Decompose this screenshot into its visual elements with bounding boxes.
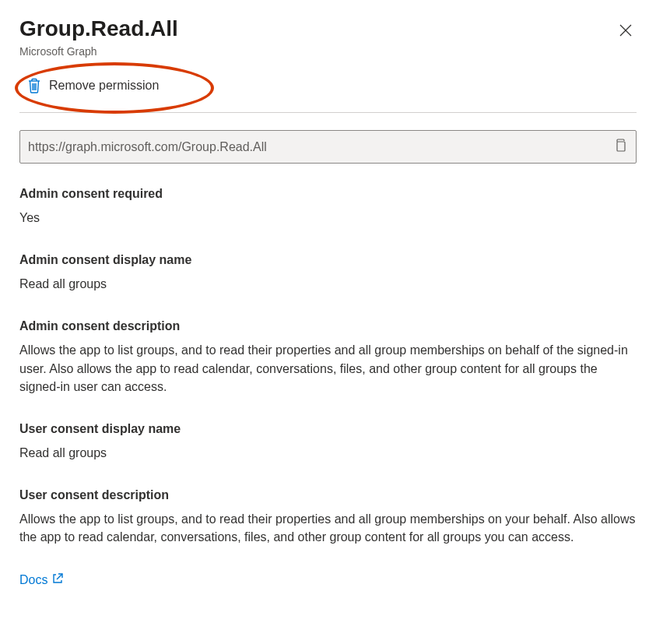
section-admin-consent-required: Admin consent required Yes [19, 187, 637, 227]
docs-label: Docs [19, 573, 47, 587]
divider [19, 112, 637, 113]
section-admin-consent-description: Admin consent description Allows the app… [19, 319, 637, 396]
close-button[interactable] [615, 20, 637, 42]
section-label: Admin consent description [19, 319, 637, 333]
section-user-consent-description: User consent description Allows the app … [19, 488, 637, 546]
url-box: https://graph.microsoft.com/Group.Read.A… [19, 130, 637, 164]
section-label: User consent display name [19, 422, 637, 436]
docs-link[interactable]: Docs [19, 573, 63, 587]
trash-icon [27, 78, 41, 93]
remove-permission-button[interactable]: Remove permission [19, 73, 167, 98]
section-value: Read all groups [19, 444, 637, 462]
section-label: User consent description [19, 488, 637, 502]
section-label: Admin consent required [19, 187, 637, 201]
section-label: Admin consent display name [19, 253, 637, 267]
page-subtitle: Microsoft Graph [19, 45, 637, 58]
remove-permission-label: Remove permission [49, 79, 159, 93]
section-value: Allows the app to list groups, and to re… [19, 341, 637, 396]
section-user-consent-display-name: User consent display name Read all group… [19, 422, 637, 462]
toolbar: Remove permission [19, 73, 637, 98]
page-title: Group.Read.All [19, 16, 178, 42]
panel-header: Group.Read.All [19, 16, 637, 42]
section-admin-consent-display-name: Admin consent display name Read all grou… [19, 253, 637, 293]
section-value: Yes [19, 209, 637, 227]
external-link-icon [52, 573, 63, 587]
url-text: https://graph.microsoft.com/Group.Read.A… [28, 140, 612, 154]
copy-icon [614, 139, 626, 155]
section-value: Allows the app to list groups, and to re… [19, 510, 637, 546]
svg-rect-5 [617, 142, 625, 151]
close-icon [619, 24, 632, 39]
copy-button[interactable] [612, 137, 628, 157]
section-value: Read all groups [19, 275, 637, 293]
